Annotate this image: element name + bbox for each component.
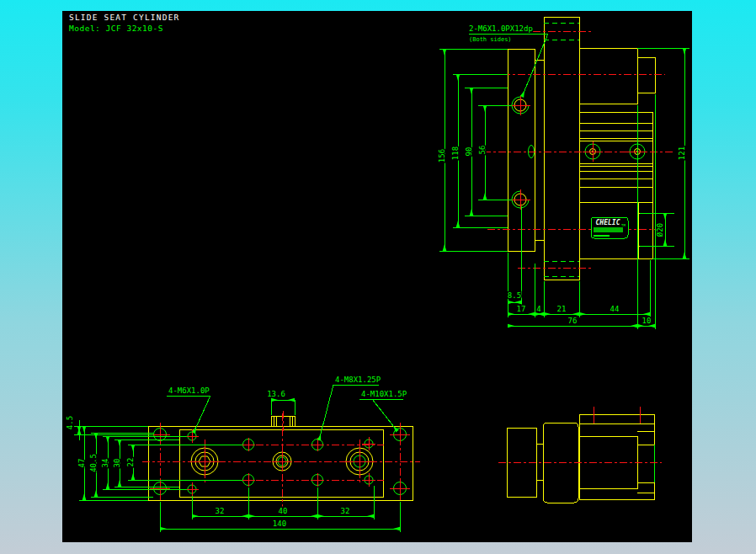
side-view-left-dimensions: 156 118 90 56 [438,49,512,251]
dim-156: 156 [438,149,446,162]
dim-56: 56 [478,146,487,155]
dim-13-6: 13.6 [267,390,285,398]
dim-47: 47 [77,459,86,468]
side-view-bottom-dimensions: 8.5 17 4 21 44 76 10 [508,94,655,329]
cad-drawing-canvas[interactable]: SLIDE SEAT CYLINDER Model: JCF 32x10-S [62,11,692,542]
title-block: SLIDE SEAT CYLINDER Model: JCF 32x10-S [69,13,179,33]
plan-view: 4-M6X1.0P 4-M8X1.25P 4-M10X1.5P 13.6 [66,376,420,532]
dim-118: 118 [451,146,460,160]
label-m6: 4-M6X1.0P [168,386,210,395]
chelic-logo-bar [594,227,623,232]
plan-view-bottom-dimensions: 32 40 32 140 [160,486,400,532]
dim-40: 40 [279,507,288,515]
dim-44: 44 [610,305,620,313]
side-view-right-dimensions: 121 Ø20 [637,48,689,258]
dim-21: 21 [557,305,567,313]
label-m8: 4-M8X1.25P [335,376,381,384]
dim-90: 90 [465,147,473,157]
thread-note-text: 2-M6X1.0PX12dp [469,24,533,33]
thread-note-subtext: (Both sides) [469,36,512,43]
dim-4: 4 [536,305,540,313]
chelic-logo-tm: TM [621,223,626,227]
dim-76: 76 [568,317,578,325]
drawing-title: SLIDE SEAT CYLINDER [69,13,179,22]
side-view-tapped-holes [510,95,530,210]
dim-10: 10 [642,317,652,325]
dim-4-5: 4.5 [66,416,74,429]
chelic-logo-text: CHELIC [596,219,620,226]
dim-140: 140 [273,519,286,528]
desktop-background: { "palette": { "canvas_bg": "#000000", "… [0,0,756,554]
dim-121: 121 [678,146,686,160]
dim-40-5: 40.5 [89,454,98,472]
drawing-model: Model: JCF 32x10-S [69,24,163,33]
dim-17: 17 [517,305,526,313]
dim-30: 30 [113,459,121,468]
side-view-thread-note: 2-M6X1.0PX12dp (Both sides) [469,24,548,97]
end-view [498,407,662,503]
chelic-logo: CHELIC TM [591,217,628,238]
dim-22: 22 [126,458,135,467]
label-m10: 4-M10X1.5P [361,390,407,398]
side-view: CHELIC TM 2-M6X1.0PX12dp (Both sides) 15… [438,17,689,329]
end-view-geometry [507,414,654,503]
dim-dia20: Ø20 [656,223,664,237]
dim-34: 34 [101,459,109,468]
dim-8-5: 8.5 [508,291,521,300]
dim-32-left: 32 [216,507,225,515]
dim-32-right: 32 [341,507,350,515]
side-view-geometry [508,17,655,280]
plan-view-callouts: 4-M6X1.0P 4-M8X1.25P 4-M10X1.5P 13.6 [167,376,407,440]
